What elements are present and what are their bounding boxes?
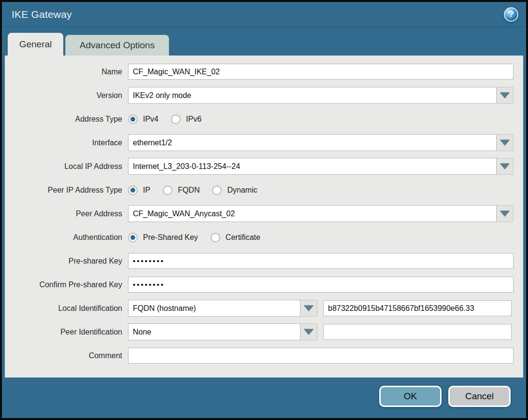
peer-identification-type-dropdown: None [128, 323, 317, 340]
peer-address-row: Peer Address CF_Magic_WAN_Anycast_02 [5, 206, 514, 222]
preshared-key-input[interactable] [128, 253, 514, 269]
radio-button-icon [128, 185, 138, 195]
peer-ip-type-row: Peer IP Address Type IP FQDN Dynamic [5, 182, 514, 198]
tab-strip: General Advanced Options [2, 27, 526, 56]
tab-general-label: General [19, 39, 52, 50]
confirm-preshared-key-label: Confirm Pre-shared Key [5, 280, 128, 289]
radio-button-icon [128, 233, 138, 242]
radio-fqdn-label: FQDN [178, 186, 200, 195]
radio-ipv6[interactable]: IPv6 [171, 114, 201, 124]
version-label: Version [5, 91, 128, 100]
radio-ip-label: IP [143, 186, 150, 195]
peer-address-dropdown-value[interactable]: CF_Magic_WAN_Anycast_02 [128, 205, 497, 222]
help-icon-glyph: ? [509, 10, 514, 19]
radio-fqdn[interactable]: FQDN [163, 185, 200, 195]
address-type-label: Address Type [5, 115, 128, 124]
name-input[interactable] [128, 64, 514, 80]
radio-button-icon [128, 114, 138, 124]
radio-button-icon [163, 185, 172, 195]
version-row: Version IKEv2 only mode [5, 87, 514, 103]
radio-button-icon [212, 185, 222, 195]
radio-button-icon [171, 114, 181, 124]
version-dropdown: IKEv2 only mode [128, 87, 514, 104]
name-label: Name [5, 68, 128, 76]
chevron-down-icon [500, 164, 510, 169]
radio-pre-shared-key[interactable]: Pre-Shared Key [128, 233, 198, 242]
radio-ipv4-label: IPv4 [143, 115, 158, 124]
local-ip-dropdown-button[interactable] [497, 158, 514, 175]
local-ip-dropdown: Internet_L3_203-0-113-254--24 [128, 158, 514, 175]
local-ip-dropdown-value[interactable]: Internet_L3_203-0-113-254--24 [128, 158, 497, 175]
chevron-down-icon [500, 140, 510, 146]
radio-dynamic-label: Dynamic [227, 186, 257, 195]
general-tab-panel: Name Version IKEv2 only mode Address Typ… [5, 56, 523, 378]
peer-identification-type-value[interactable]: None [128, 323, 300, 340]
version-dropdown-value[interactable]: IKEv2 only mode [128, 87, 497, 104]
preshared-key-label: Pre-shared Key [5, 257, 128, 266]
peer-identification-type-button[interactable] [300, 323, 317, 340]
preshared-key-row: Pre-shared Key [5, 253, 514, 269]
local-ip-row: Local IP Address Internet_L3_203-0-113-2… [5, 158, 514, 174]
local-identification-row: Local Identification FQDN (hostname) [5, 300, 514, 316]
dialog-title: IKE Gateway [12, 9, 72, 20]
address-type-row: Address Type IPv4 IPv6 [5, 111, 514, 127]
radio-dynamic[interactable]: Dynamic [212, 185, 257, 195]
dialog-footer: OK Cancel [2, 378, 526, 418]
local-identification-input[interactable] [323, 300, 512, 316]
peer-address-dropdown: CF_Magic_WAN_Anycast_02 [128, 205, 514, 222]
radio-ipv4[interactable]: IPv4 [128, 114, 158, 124]
local-identification-type-button[interactable] [300, 300, 317, 317]
cancel-button[interactable]: Cancel [448, 386, 511, 407]
help-icon[interactable]: ? [504, 7, 518, 22]
interface-label: Interface [5, 139, 128, 147]
peer-identification-label: Peer Identification [5, 328, 128, 336]
authentication-row: Authentication Pre-Shared Key Certificat… [5, 229, 514, 245]
chevron-down-icon [304, 329, 314, 335]
radio-certificate-label: Certificate [226, 233, 260, 242]
radio-ip[interactable]: IP [128, 185, 150, 195]
interface-dropdown: ethernet1/2 [128, 134, 514, 151]
peer-identification-input[interactable] [323, 324, 512, 340]
tab-general[interactable]: General [8, 33, 63, 56]
peer-address-label: Peer Address [5, 210, 128, 218]
radio-certificate[interactable]: Certificate [211, 233, 260, 242]
confirm-preshared-key-row: Confirm Pre-shared Key [5, 277, 514, 293]
peer-ip-type-label: Peer IP Address Type [5, 186, 128, 195]
chevron-down-icon [500, 93, 510, 98]
local-identification-type-dropdown: FQDN (hostname) [128, 300, 317, 317]
comment-input[interactable] [128, 348, 514, 364]
tab-advanced-options[interactable]: Advanced Options [65, 35, 169, 56]
radio-button-icon [211, 233, 220, 242]
local-ip-label: Local IP Address [5, 162, 128, 171]
ok-button[interactable]: OK [379, 386, 442, 407]
chevron-down-icon [500, 211, 510, 217]
interface-dropdown-button[interactable] [497, 134, 514, 151]
comment-label: Comment [5, 351, 128, 360]
tab-advanced-options-label: Advanced Options [80, 40, 155, 51]
comment-row: Comment [5, 348, 514, 364]
ike-gateway-dialog: IKE Gateway ? General Advanced Options N… [0, 0, 528, 420]
local-identification-label: Local Identification [5, 304, 128, 313]
confirm-preshared-key-input[interactable] [128, 277, 514, 293]
chevron-down-icon [304, 306, 314, 311]
peer-identification-row: Peer Identification None [5, 324, 514, 340]
radio-pre-shared-key-label: Pre-Shared Key [143, 233, 198, 242]
authentication-label: Authentication [5, 233, 128, 242]
version-dropdown-button[interactable] [497, 87, 514, 104]
interface-dropdown-value[interactable]: ethernet1/2 [128, 134, 497, 151]
title-bar: IKE Gateway ? [2, 2, 526, 27]
radio-ipv6-label: IPv6 [186, 115, 201, 124]
name-row: Name [5, 64, 514, 80]
interface-row: Interface ethernet1/2 [5, 135, 514, 151]
local-identification-type-value[interactable]: FQDN (hostname) [128, 300, 300, 317]
peer-address-dropdown-button[interactable] [497, 205, 514, 222]
